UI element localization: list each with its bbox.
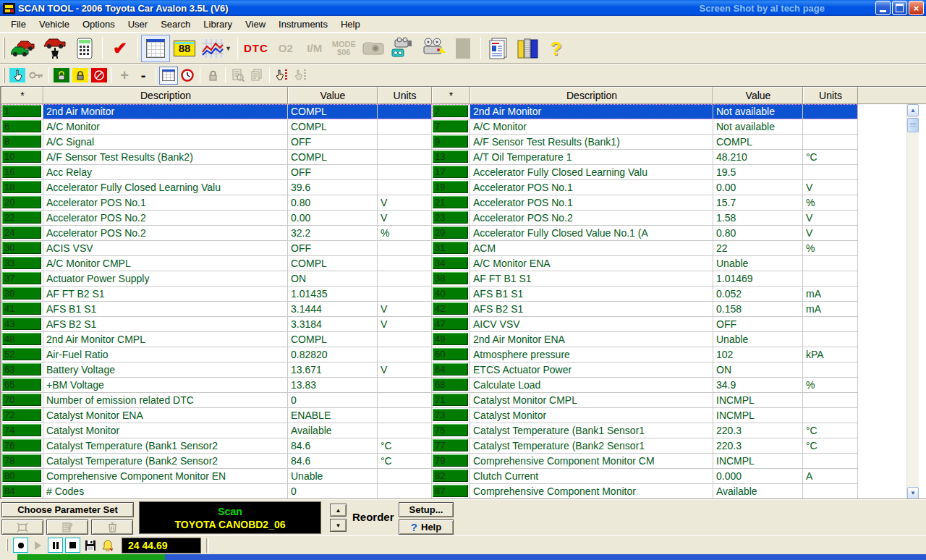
header-description-right[interactable]: Description bbox=[470, 87, 713, 104]
select-list-button[interactable] bbox=[273, 67, 292, 85]
o2-button[interactable]: O2 bbox=[271, 35, 300, 62]
record-video-button[interactable] bbox=[388, 35, 418, 62]
right-table-row-71[interactable]: 71Catalyst Monitor CMPLINCMPL bbox=[432, 393, 858, 408]
right-table-row-2[interactable]: 22nd Air MonitorNot available bbox=[432, 104, 858, 119]
right-table-row-47[interactable]: 47AICV VSVOFF bbox=[432, 317, 858, 332]
header-index-left[interactable]: * bbox=[1, 87, 43, 104]
left-table-row-30[interactable]: 30ACIS VSVOFF bbox=[1, 241, 432, 256]
left-table-row-22[interactable]: 22Accelerator POS No.20.00V bbox=[1, 211, 432, 226]
data-table-view-button[interactable] bbox=[141, 35, 170, 62]
vehicle-connector-button[interactable] bbox=[40, 35, 70, 62]
new-parameter-set-button[interactable] bbox=[1, 519, 43, 535]
left-table-row-70[interactable]: 70Number of emission related DTC0 bbox=[1, 393, 432, 408]
menu-item-instruments[interactable]: Instruments bbox=[272, 17, 334, 31]
digital-display-button[interactable]: 88 bbox=[170, 35, 199, 62]
confirm-button[interactable]: ✔ bbox=[106, 35, 135, 62]
header-units-right[interactable]: Units bbox=[803, 87, 858, 104]
header-description-left[interactable]: Description bbox=[43, 87, 288, 104]
menu-item-view[interactable]: View bbox=[239, 17, 272, 31]
header-units-left[interactable]: Units bbox=[378, 87, 432, 104]
left-table-row-10[interactable]: 10A/F Sensor Test Results (Bank2)COMPL bbox=[1, 150, 432, 165]
right-table-row-19[interactable]: 19Accelerator POS No.10.00V bbox=[432, 180, 858, 195]
select-pointer-button[interactable] bbox=[8, 67, 27, 85]
scrollbar-thumb[interactable] bbox=[907, 118, 919, 132]
setup-button[interactable]: Setup... bbox=[399, 502, 454, 517]
dtc-button[interactable]: DTC bbox=[241, 35, 271, 62]
right-table-row-49[interactable]: 492nd Air Monitor ENAUnable bbox=[432, 332, 858, 347]
help-bottom-button[interactable]: ? Help bbox=[399, 519, 454, 535]
menu-item-help[interactable]: Help bbox=[334, 17, 367, 31]
playback-video-button[interactable] bbox=[418, 35, 449, 62]
report-button[interactable] bbox=[484, 35, 513, 62]
right-table-row-42[interactable]: 42AFS B2 S10.158mA bbox=[432, 302, 858, 317]
toolbar-grip[interactable] bbox=[3, 68, 5, 83]
lock-button[interactable] bbox=[203, 67, 222, 85]
toolbar-grip[interactable] bbox=[3, 38, 5, 59]
reorder-up-button[interactable]: ▲ bbox=[330, 504, 347, 517]
scroll-down-button[interactable]: ▼ bbox=[907, 487, 919, 499]
left-table-row-76[interactable]: 76Catalyst Temperature (Bank1 Sensor284.… bbox=[1, 438, 432, 454]
left-table-row-80[interactable]: 80Comprehensive Component Monitor ENUnab… bbox=[1, 469, 432, 484]
right-table-row-79[interactable]: 79Comprehensive Component Monitor CMINCM… bbox=[432, 454, 858, 469]
remove-parameter-button[interactable]: - bbox=[134, 67, 153, 85]
snapshot-button[interactable] bbox=[359, 35, 388, 62]
right-table-row-60[interactable]: 60Atmosphere pressure102kPA bbox=[432, 347, 858, 362]
left-table-row-8[interactable]: 8A/C SignalOFF bbox=[1, 135, 432, 150]
left-table-row-16[interactable]: 16Acc RelayOFF bbox=[1, 165, 432, 180]
choose-parameter-set-button[interactable]: Choose Parameter Set bbox=[1, 502, 134, 517]
key-button[interactable] bbox=[27, 67, 46, 85]
left-table-row-63[interactable]: 63Battery Voltage13.671V bbox=[1, 362, 432, 378]
alert-button[interactable] bbox=[100, 538, 115, 553]
mode06-button[interactable]: MODE $06 bbox=[329, 35, 359, 62]
left-table-row-6[interactable]: 6A/C MonitorCOMPL bbox=[1, 119, 432, 135]
right-table-row-68[interactable]: 68Calculate Load34.9% bbox=[432, 378, 858, 393]
left-table-row-52[interactable]: 52Air-Fuel Ratio0.82820 bbox=[1, 347, 432, 362]
graph-view-button[interactable]: ▼ bbox=[199, 35, 234, 62]
disable-flash-button[interactable] bbox=[90, 67, 109, 85]
delete-parameter-set-button[interactable] bbox=[91, 519, 133, 535]
left-table-row-65[interactable]: 65+BM Voltage13.83 bbox=[1, 378, 432, 393]
minimize-button[interactable] bbox=[875, 1, 891, 15]
menu-item-options[interactable]: Options bbox=[76, 17, 122, 31]
menu-item-file[interactable]: File bbox=[4, 17, 33, 31]
im-button[interactable]: I/M bbox=[300, 35, 329, 62]
library-button[interactable] bbox=[513, 35, 542, 62]
select-item-button[interactable] bbox=[292, 67, 310, 85]
play-button[interactable] bbox=[30, 538, 46, 553]
blank-button[interactable] bbox=[449, 35, 477, 62]
left-table-row-39[interactable]: 39AF FT B2 S11.01435 bbox=[1, 287, 432, 302]
left-table-row-74[interactable]: 74Catalyst MonitorAvailable bbox=[1, 423, 432, 438]
left-table-row-1[interactable]: 12nd Air MonitorCOMPL bbox=[1, 104, 432, 119]
right-table-row-21[interactable]: 21Accelerator POS No.115.7% bbox=[432, 195, 858, 211]
right-table-row-82[interactable]: 82Clutch Current0.000A bbox=[432, 469, 858, 484]
right-table-row-17[interactable]: 17Accelerator Fully Closed Learning Valu… bbox=[432, 165, 858, 180]
left-table-row-84[interactable]: 84# Codes0 bbox=[1, 484, 432, 499]
save-log-button[interactable] bbox=[82, 538, 98, 553]
right-table-row-87[interactable]: 87Comprehensive Component MonitorAvailab… bbox=[432, 484, 858, 499]
left-table-row-18[interactable]: 18Accelerator Fully Closed Learning Valu… bbox=[1, 180, 432, 195]
menu-item-user[interactable]: User bbox=[122, 17, 154, 31]
right-table-row-7[interactable]: 7A/C MonitorNot available bbox=[432, 119, 858, 135]
edit-parameter-set-button[interactable] bbox=[46, 519, 88, 535]
right-table-row-9[interactable]: 9A/F Sensor Test Results (Bank1)COMPL bbox=[432, 135, 858, 150]
close-button[interactable]: × bbox=[909, 1, 924, 15]
right-table-row-13[interactable]: 13A/T Oil Temperature 148.210°C bbox=[432, 150, 858, 165]
right-table-row-77[interactable]: 77Catalyst Temperature (Bank2 Sensor1220… bbox=[432, 438, 858, 454]
record-button[interactable] bbox=[13, 538, 28, 553]
restore-button[interactable] bbox=[892, 1, 907, 15]
left-table-row-78[interactable]: 78Catalyst Temperature (Bank2 Sensor284.… bbox=[1, 454, 432, 469]
right-table-row-34[interactable]: 34A/C Monitor ENAUnable bbox=[432, 256, 858, 271]
lock-green-button[interactable] bbox=[52, 67, 71, 85]
right-table-row-23[interactable]: 23Accelerator POS No.21.58V bbox=[432, 211, 858, 226]
right-table-row-40[interactable]: 40AFS B1 S10.052mA bbox=[432, 287, 858, 302]
left-table-row-24[interactable]: 24Accelerator POS No.232.2% bbox=[1, 226, 432, 241]
left-table-row-41[interactable]: 41AFS B1 S13.1444V bbox=[1, 302, 432, 317]
left-table-row-48[interactable]: 482nd Air Monitor CMPLCOMPL bbox=[1, 332, 432, 347]
vertical-scrollbar[interactable]: ▲ ▼ bbox=[906, 104, 919, 499]
scroll-up-button[interactable]: ▲ bbox=[907, 104, 919, 116]
left-table-row-37[interactable]: 37Actuator Power SupplyON bbox=[1, 271, 432, 287]
left-table-row-72[interactable]: 72Catalyst Monitor ENAENABLE bbox=[1, 408, 432, 423]
right-table-row-64[interactable]: 64ETCS Actuator PowerON bbox=[432, 362, 858, 378]
left-table-row-20[interactable]: 20Accelerator POS No.10.80V bbox=[1, 195, 432, 211]
lock-yellow-button[interactable] bbox=[71, 67, 90, 85]
